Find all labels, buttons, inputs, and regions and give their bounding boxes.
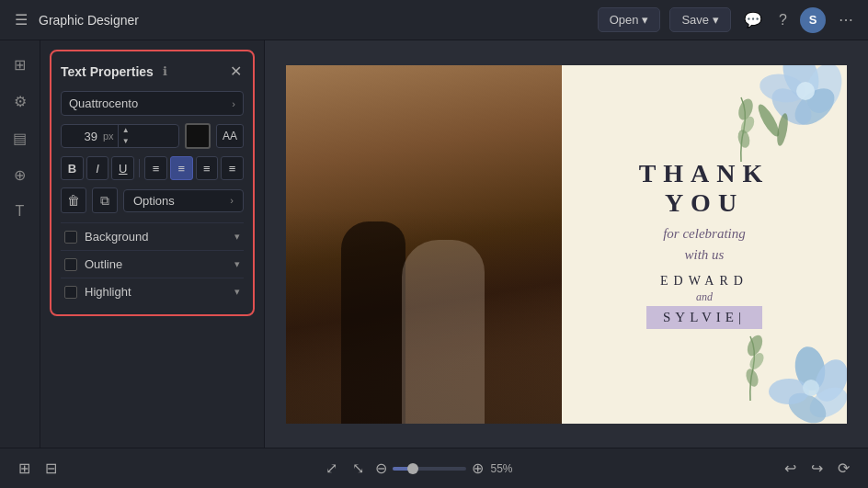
design-card: THANK YOU for celebrating with us EDWARD… — [286, 65, 847, 424]
layers-panel-button[interactable]: ⊞ — [15, 456, 34, 481]
undo-button[interactable]: ↩ — [781, 456, 800, 481]
topbar: ☰ Graphic Designer Open ▾ Save ▾ 💬 ? S ⋯ — [0, 0, 868, 40]
bottom-left: ⊞ ⊟ — [15, 456, 61, 481]
for-celebrating-text: for celebrating with us — [663, 223, 746, 265]
format-row: B I U ≡ ≡ ≡ ≡ — [61, 156, 244, 180]
help-icon[interactable]: ? — [775, 8, 791, 32]
italic-button[interactable]: I — [86, 156, 109, 180]
font-name: Quattrocento — [69, 96, 138, 110]
align-justify-button[interactable]: ≡ — [221, 156, 244, 180]
align-right-button[interactable]: ≡ — [196, 156, 219, 180]
options-button[interactable]: Options › — [123, 189, 244, 212]
fit-width-button[interactable]: ⤡ — [348, 456, 368, 481]
topbar-left: ☰ Graphic Designer — [11, 7, 139, 32]
info-icon[interactable]: ℹ — [159, 61, 171, 82]
top-right-flower — [750, 65, 842, 148]
history-button[interactable]: ⟳ — [834, 456, 853, 481]
svg-point-5 — [796, 82, 815, 100]
text-properties-box: Text Properties ℹ ✕ Quattrocento › px ▲ … — [50, 50, 255, 316]
fit-screen-button[interactable]: ⤢ — [322, 456, 341, 481]
redo-button[interactable]: ↪ — [807, 456, 827, 481]
zoom-slider[interactable] — [393, 467, 466, 471]
size-down-button[interactable]: ▼ — [119, 136, 133, 147]
open-chevron-icon: ▾ — [642, 13, 648, 27]
zoom-out-button[interactable]: ⊖ — [375, 460, 387, 477]
bottom-bar: ⊞ ⊟ ⤢ ⤡ ⊖ ⊕ 55% ↩ ↪ ⟳ — [0, 448, 868, 488]
sidebar-item-layers[interactable]: ▤ — [4, 121, 37, 154]
grid-button[interactable]: ⊟ — [41, 456, 61, 481]
font-chevron-icon: › — [232, 98, 235, 109]
options-row: 🗑 ⧉ Options › — [61, 187, 244, 213]
delete-button[interactable]: 🗑 — [61, 187, 86, 213]
text-props-header: Text Properties ℹ ✕ — [61, 61, 244, 82]
sidebar-item-home[interactable]: ⊞ — [4, 48, 37, 81]
align-center-button[interactable]: ≡ — [170, 156, 193, 180]
zoom-percent: 55% — [491, 462, 520, 475]
comment-icon[interactable]: 💬 — [740, 7, 766, 32]
highlight-label: Highlight — [85, 285, 131, 299]
background-checkbox[interactable] — [64, 231, 77, 244]
and-text: and — [646, 290, 762, 304]
color-swatch[interactable] — [185, 123, 211, 149]
avatar[interactable]: S — [800, 7, 826, 33]
leaf-decoration-bottom — [737, 332, 764, 405]
background-chevron-icon: ▾ — [234, 231, 240, 243]
format-divider — [139, 159, 140, 177]
svg-point-19 — [744, 367, 760, 388]
font-selector[interactable]: Quattrocento › — [61, 91, 244, 116]
background-left: Background — [64, 230, 148, 244]
close-button[interactable]: ✕ — [228, 62, 244, 80]
sylvie-text: SYLVIE| — [646, 306, 762, 329]
size-up-button[interactable]: ▲ — [119, 125, 133, 136]
outline-row[interactable]: Outline ▾ — [61, 250, 244, 278]
sidebar-item-elements[interactable]: ⊕ — [4, 158, 37, 191]
thank-you-text: THANK YOU — [639, 159, 771, 218]
leaf-decoration-top — [727, 93, 755, 166]
size-unit: px — [103, 131, 118, 142]
left-sidebar: ⊞ ⚙ ▤ ⊕ T — [0, 40, 40, 448]
save-chevron-icon: ▾ — [713, 13, 719, 27]
background-label: Background — [85, 230, 148, 244]
outline-checkbox[interactable] — [64, 258, 77, 271]
size-color-row: px ▲ ▼ AA — [61, 123, 244, 149]
bold-button[interactable]: B — [61, 156, 84, 180]
bottom-right-flower — [769, 346, 847, 424]
photo-image — [286, 65, 562, 424]
size-arrows: ▲ ▼ — [118, 125, 133, 146]
svg-point-16 — [737, 128, 752, 148]
main: ⊞ ⚙ ▤ ⊕ T Text Properties ℹ ✕ Quattrocen… — [0, 40, 868, 448]
font-size-input-wrap: px ▲ ▼ — [61, 124, 179, 147]
outline-chevron-icon: ▾ — [234, 258, 240, 270]
highlight-checkbox[interactable] — [64, 286, 77, 299]
save-button[interactable]: Save ▾ — [669, 7, 731, 32]
align-left-button[interactable]: ≡ — [144, 156, 167, 180]
app-title: Graphic Designer — [39, 13, 139, 28]
sidebar-item-text[interactable]: T — [4, 195, 37, 228]
topbar-right: Open ▾ Save ▾ 💬 ? S ⋯ — [598, 7, 857, 33]
zoom-in-button[interactable]: ⊕ — [472, 460, 484, 477]
expand-icon[interactable]: ⋯ — [835, 7, 857, 32]
menu-icon[interactable]: ☰ — [11, 7, 31, 32]
svg-point-12 — [769, 379, 809, 404]
highlight-chevron-icon: ▾ — [234, 286, 240, 298]
highlight-left: Highlight — [64, 285, 131, 299]
card-photo — [286, 65, 562, 424]
zoom-slider-thumb — [407, 463, 418, 474]
canvas-area[interactable]: THANK YOU for celebrating with us EDWARD… — [265, 40, 868, 448]
text-case-button[interactable]: AA — [216, 124, 244, 148]
highlight-row[interactable]: Highlight ▾ — [61, 278, 244, 305]
names-section: EDWARD and SYLVIE| — [646, 274, 762, 329]
svg-point-13 — [803, 380, 819, 396]
text-props-title: Text Properties ℹ — [61, 61, 171, 82]
options-chevron-icon: › — [230, 195, 234, 206]
outline-label: Outline — [85, 257, 122, 271]
zoom-control: ⊖ ⊕ — [375, 460, 484, 477]
duplicate-button[interactable]: ⧉ — [92, 187, 118, 213]
font-size-input[interactable] — [62, 126, 103, 147]
sidebar-item-edit[interactable]: ⚙ — [4, 85, 37, 118]
open-button[interactable]: Open ▾ — [598, 7, 661, 32]
background-row[interactable]: Background ▾ — [61, 222, 244, 250]
bottom-right: ↩ ↪ ⟳ — [781, 456, 853, 481]
underline-button[interactable]: U — [111, 156, 134, 180]
card-right: THANK YOU for celebrating with us EDWARD… — [562, 65, 847, 424]
